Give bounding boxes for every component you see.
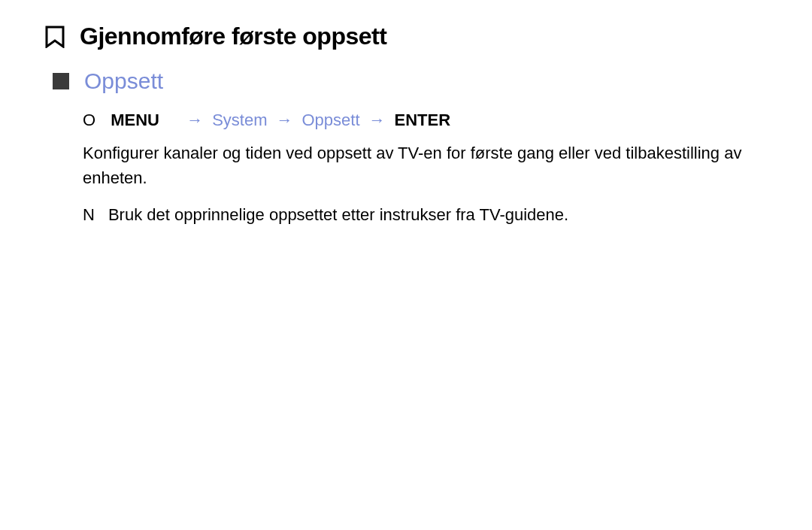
menu-path: O MENU → System → Oppsett → ENTER [83, 111, 767, 130]
arrow-icon: → [277, 111, 293, 130]
arrow-icon: → [186, 111, 203, 130]
path-menu: MENU [111, 111, 159, 130]
path-enter: ENTER [395, 111, 451, 130]
path-system: System [212, 111, 267, 130]
bookmark-icon [45, 26, 65, 48]
section-row: Oppsett [53, 68, 767, 94]
title-row: Gjennomføre første oppsett [45, 23, 767, 50]
note-text: Bruk det opprinnelige oppsettet etter in… [108, 202, 568, 227]
path-marker-o: O [83, 111, 95, 130]
note-marker: N [83, 202, 95, 227]
square-bullet-icon [53, 73, 69, 89]
arrow-icon: → [369, 111, 386, 130]
section-heading: Oppsett [84, 68, 163, 94]
description-text: Konfigurer kanaler og tiden ved oppsett … [83, 141, 767, 190]
path-oppsett: Oppsett [302, 111, 360, 130]
page-title: Gjennomføre første oppsett [80, 23, 386, 50]
note-row: N Bruk det opprinnelige oppsettet etter … [83, 202, 767, 227]
